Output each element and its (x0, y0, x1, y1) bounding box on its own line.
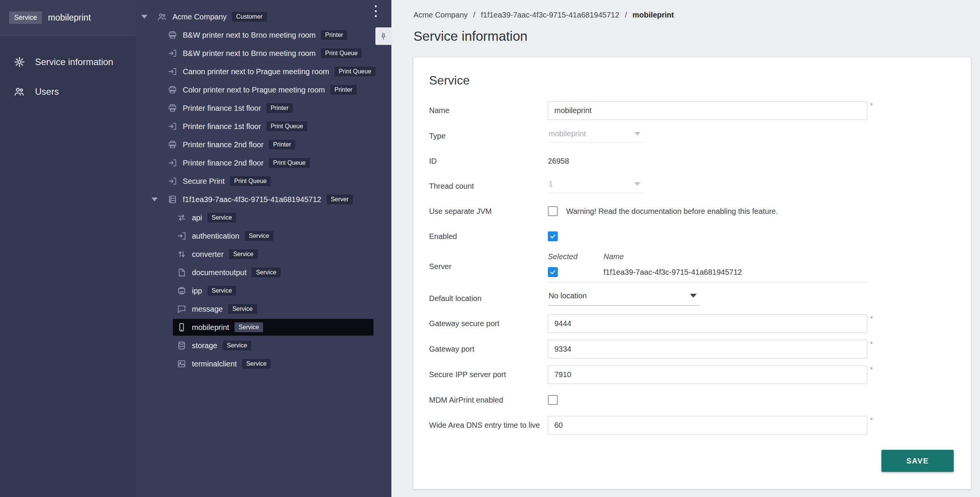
tree-item[interactable]: Printer finance 1st floor Printer (136, 99, 391, 117)
tree-item-badge: Service (242, 359, 271, 369)
sidebar-item-label: Service information (35, 57, 113, 67)
print-queue-icon (168, 67, 177, 76)
tree-item[interactable]: api Service (136, 209, 391, 227)
tree-item[interactable]: B&W printer next to Brno meeting room Pr… (136, 44, 391, 62)
authentication-icon (177, 231, 187, 241)
tree-panel: ⋮ Acme Company Customer B&W printer next… (136, 0, 391, 497)
ipp-icon (177, 286, 187, 296)
form-row-gateway-secure-port: Gateway secure port * (429, 314, 954, 333)
breadcrumb-separator: / (625, 11, 627, 19)
tree-item-label: Printer finance 1st floor (183, 104, 261, 113)
name-input[interactable] (548, 101, 867, 120)
field-label: ID (429, 157, 548, 166)
tree-item-badge: Print Queue (269, 158, 310, 168)
required-marker: * (870, 314, 873, 323)
enabled-checkbox[interactable] (548, 231, 558, 241)
tree-item[interactable]: Canon printer next to Prague meeting roo… (136, 62, 391, 81)
expander-icon[interactable] (152, 198, 164, 201)
service-type-badge: Service (9, 11, 42, 24)
service-name: mobileprint (48, 13, 91, 23)
tree-item-badge: Service (223, 341, 251, 350)
tree-item[interactable]: Printer finance 1st floor Print Queue (136, 117, 391, 135)
field-label: Type (429, 132, 548, 140)
tree-item[interactable]: Printer finance 2nd floor Print Queue (136, 154, 391, 172)
breadcrumb-item-server[interactable]: f1f1ea39-7aac-4f3c-9715-41a681945712 (481, 11, 619, 19)
navigation-tree: Acme Company Customer B&W printer next t… (136, 8, 391, 373)
tree-item-badge: Printer (330, 85, 357, 95)
tree-item[interactable]: converter Service (136, 245, 391, 263)
tree-item[interactable]: authentication Service (136, 227, 391, 245)
form-row-id: ID 26958 (429, 152, 954, 170)
tree-item-badge: Service (207, 286, 236, 296)
tree-item[interactable]: Acme Company Customer (136, 8, 391, 26)
mobileprint-icon (177, 322, 187, 332)
breadcrumb-item-customer[interactable]: Acme Company (413, 11, 468, 19)
tree-item[interactable]: storage Service (136, 336, 391, 355)
print-queue-icon (168, 158, 177, 168)
tree-item[interactable]: f1f1ea39-7aac-4f3c-9715-41a681945712 Ser… (136, 190, 391, 209)
message-icon (177, 304, 187, 314)
field-label: Thread count (429, 182, 548, 191)
tree-item-label: B&W printer next to Brno meeting room (183, 49, 316, 58)
tree-item-badge: Service (245, 231, 273, 241)
tree-item[interactable]: terminalclient Service (136, 355, 391, 373)
tree-item-label: Secure Print (183, 177, 225, 186)
tree-item[interactable]: ipp Service (136, 282, 391, 300)
default-location-value: No location (549, 292, 587, 300)
printer-icon (168, 140, 177, 150)
printer-icon (168, 103, 177, 113)
gateway-secure-port-input[interactable] (548, 314, 867, 333)
tree-item[interactable]: Secure Print Print Queue (136, 172, 391, 190)
form-row-wads-ttl: Wide Area DNS entry time to live * (429, 416, 954, 435)
printer-icon (168, 85, 177, 95)
tree-item-badge: Print Queue (321, 48, 362, 58)
sidebar-item-service-information[interactable]: Service information (0, 47, 136, 77)
thread-count-value: 1 (549, 180, 553, 188)
tree-item[interactable]: Printer finance 2nd floor Printer (136, 135, 391, 154)
server-selected-checkbox[interactable] (548, 267, 558, 277)
tree-item-badge: Server (327, 194, 353, 204)
print-queue-icon (168, 48, 177, 58)
save-row: SAVE (429, 450, 954, 472)
wads-ttl-input[interactable] (548, 416, 867, 435)
tree-item[interactable]: Color printer next to Prague meeting roo… (136, 81, 391, 99)
pin-button[interactable] (375, 27, 391, 45)
tree-item[interactable]: documentoutput Service (136, 263, 391, 282)
tree-item-badge: Service (229, 249, 257, 259)
tree-item[interactable]: mobileprint Service (136, 318, 391, 336)
jvm-warning-text: Warning! Read the documentation before e… (566, 207, 778, 216)
tree-item-label: f1f1ea39-7aac-4f3c-9715-41a681945712 (183, 195, 321, 204)
form-row-secure-ipp-port: Secure IPP server port * (429, 365, 954, 384)
kebab-menu-icon[interactable]: ⋮ (369, 3, 383, 18)
tree-item-badge: Service (235, 322, 263, 332)
required-marker: * (870, 101, 873, 110)
thread-count-select: 1 (548, 180, 643, 193)
left-sidebar: Service mobileprint Service information … (0, 0, 136, 497)
tree-item-badge: Print Queue (267, 121, 307, 131)
save-button[interactable]: SAVE (881, 450, 954, 472)
tree-item-label: converter (192, 250, 223, 259)
tree-item[interactable]: B&W printer next to Brno meeting room Pr… (136, 26, 391, 44)
tree-item-label: Acme Company (172, 13, 227, 21)
customer-icon (157, 12, 167, 22)
secure-ipp-port-input[interactable] (548, 365, 867, 384)
form-row-default-location: Default location No location (429, 289, 954, 307)
tree-item-label: api (192, 213, 202, 222)
gateway-port-input[interactable] (548, 340, 867, 358)
expander-icon[interactable] (141, 15, 153, 19)
tree-item-badge: Print Queue (230, 176, 271, 186)
tree-item[interactable]: message Service (136, 300, 391, 318)
breadcrumb: Acme Company / f1f1ea39-7aac-4f3c-9715-4… (413, 11, 971, 19)
tree-item-label: authentication (192, 232, 239, 241)
mdm-airprint-checkbox[interactable] (548, 395, 558, 405)
tree-item-badge: Service (252, 268, 280, 277)
sidebar-item-users[interactable]: Users (0, 77, 136, 107)
chevron-down-icon (634, 182, 640, 186)
tree-item-label: documentoutput (192, 268, 246, 277)
tree-item-label: Printer finance 2nd floor (183, 140, 263, 149)
default-location-select[interactable]: No location (548, 292, 700, 306)
tree-item-badge: Printer (269, 140, 295, 150)
tree-item-badge: Service (207, 213, 236, 223)
separate-jvm-checkbox[interactable] (548, 206, 558, 216)
form-row-thread-count: Thread count 1 (429, 177, 954, 195)
